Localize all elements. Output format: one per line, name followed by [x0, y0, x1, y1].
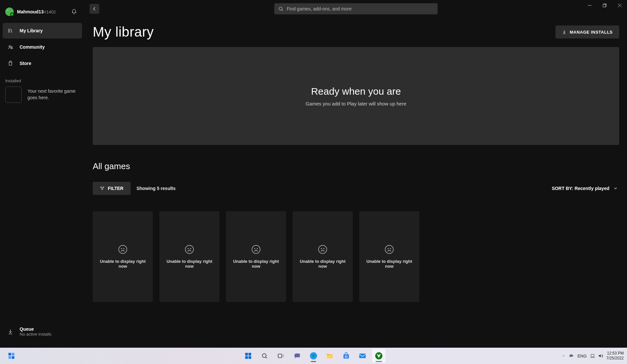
game-card[interactable]: Unable to display right now: [93, 211, 153, 302]
sad-face-icon: [251, 245, 261, 254]
taskbar-language[interactable]: ENG: [577, 354, 587, 358]
game-card-error: Unable to display right now: [295, 259, 350, 269]
app-content: Mahmoud13#1402 My Library: [0, 0, 627, 348]
window-close-button[interactable]: [612, 0, 627, 10]
taskbar-store-button[interactable]: [339, 349, 353, 363]
nav-label-community: Community: [20, 44, 45, 50]
ready-title: Ready when you are: [311, 86, 401, 97]
download-icon: [7, 328, 14, 335]
taskbar-network-sound[interactable]: [590, 353, 603, 358]
search-icon: [278, 6, 283, 11]
edge-icon: [310, 352, 317, 360]
search-input[interactable]: [287, 6, 434, 11]
sidebar: Mahmoud13#1402 My Library: [0, 0, 85, 348]
svg-rect-41: [591, 354, 594, 356]
installed-placeholder[interactable]: Your next favorite game goes here.: [3, 87, 82, 103]
game-card[interactable]: Unable to display right now: [359, 211, 419, 302]
svg-rect-37: [345, 357, 346, 358]
nav-item-store[interactable]: Store: [3, 55, 82, 71]
sad-face-icon: [318, 245, 328, 254]
queue-text: Queue No active installs: [20, 326, 52, 337]
maximize-icon: [603, 4, 606, 7]
taskbar-explorer-button[interactable]: [323, 349, 337, 363]
svg-rect-19: [8, 353, 11, 356]
svg-point-0: [9, 46, 11, 47]
store-icon: [7, 60, 14, 67]
nav-item-community[interactable]: Community: [3, 39, 82, 55]
taskbar-edge-button[interactable]: [307, 349, 320, 363]
svg-rect-35: [345, 356, 346, 356]
taskbar-chat-button[interactable]: [290, 349, 304, 363]
game-card[interactable]: Unable to display right now: [293, 211, 353, 302]
svg-point-16: [385, 245, 394, 254]
library-icon: [7, 27, 14, 34]
taskbar-clock[interactable]: 12:53 PM 7/25/2022: [606, 351, 624, 361]
svg-rect-36: [346, 356, 347, 356]
queue-title: Queue: [20, 326, 52, 332]
svg-point-5: [121, 248, 122, 249]
svg-rect-24: [249, 353, 251, 356]
svg-point-2: [279, 7, 282, 10]
svg-rect-22: [12, 356, 14, 359]
chevron-down-icon: [613, 186, 618, 191]
svg-rect-26: [249, 356, 251, 359]
manage-installs-label: MANAGE INSTALLS: [570, 30, 613, 35]
window-controls: [582, 0, 627, 10]
profile-row[interactable]: Mahmoud13#1402: [3, 3, 82, 21]
xbox-icon: [375, 352, 383, 360]
result-count: Showing 5 results: [137, 186, 176, 191]
nav-label-library: My Library: [20, 28, 43, 33]
placeholder-tile: [5, 87, 22, 103]
community-icon: [7, 44, 14, 50]
mail-icon: [359, 352, 366, 360]
window-minimize-button[interactable]: [582, 0, 597, 10]
window-maximize-button[interactable]: [597, 0, 612, 10]
taskbar-widgets-button[interactable]: [5, 349, 18, 363]
svg-point-31: [294, 353, 296, 355]
notifications-button[interactable]: [69, 7, 79, 17]
sound-icon: [598, 353, 603, 358]
ready-sub: Games you add to Play later will show up…: [306, 101, 407, 106]
sort-label: SORT BY: Recently played: [552, 186, 609, 191]
search-box[interactable]: [274, 3, 438, 14]
back-button[interactable]: [89, 4, 99, 14]
ms-store-icon: [343, 352, 350, 359]
taskbar-search-button[interactable]: [258, 349, 271, 363]
svg-point-15: [324, 248, 324, 249]
chevron-left-icon: [92, 6, 97, 11]
sort-button[interactable]: SORT BY: Recently played: [551, 183, 619, 194]
game-card[interactable]: Unable to display right now: [226, 211, 286, 302]
xbox-app-window: Mahmoud13#1402 My Library: [0, 0, 627, 348]
taskbar-mail-button[interactable]: [356, 349, 369, 363]
installed-section-label: Installed: [3, 71, 82, 87]
page-body: My library MANAGE INSTALLS Ready when yo…: [85, 18, 627, 310]
windows-start-icon: [245, 352, 252, 359]
all-games-heading: All games: [93, 161, 619, 171]
svg-point-33: [312, 354, 315, 357]
filter-label: FILTER: [108, 186, 123, 191]
nav-item-library[interactable]: My Library: [3, 23, 82, 39]
sad-face-icon: [185, 245, 194, 254]
taskbar-start-button[interactable]: [241, 349, 255, 363]
queue-row[interactable]: Queue No active installs: [3, 323, 82, 345]
taskview-icon: [277, 352, 284, 359]
game-card-error: Unable to display right now: [162, 259, 217, 269]
game-card-error: Unable to display right now: [95, 259, 150, 269]
avatar: [5, 8, 14, 16]
svg-point-17: [388, 248, 389, 249]
manage-installs-button[interactable]: MANAGE INSTALLS: [555, 25, 619, 39]
filter-button[interactable]: FILTER: [93, 182, 131, 195]
page-header: My library MANAGE INSTALLS: [93, 24, 619, 40]
taskbar-taskview-button[interactable]: [274, 349, 288, 363]
game-card[interactable]: Unable to display right now: [159, 211, 219, 302]
play-later-panel: Ready when you are Games you add to Play…: [93, 47, 619, 145]
nav-label-store: Store: [20, 61, 31, 66]
svg-point-8: [188, 248, 189, 249]
taskbar-xbox-button[interactable]: [372, 349, 386, 363]
svg-rect-29: [282, 355, 284, 357]
game-card-error: Unable to display right now: [229, 259, 283, 269]
queue-sub: No active installs: [20, 332, 52, 337]
taskbar-tray[interactable]: [562, 353, 574, 359]
svg-point-4: [119, 245, 127, 254]
filter-row: FILTER Showing 5 results SORT BY: Recent…: [93, 182, 619, 195]
